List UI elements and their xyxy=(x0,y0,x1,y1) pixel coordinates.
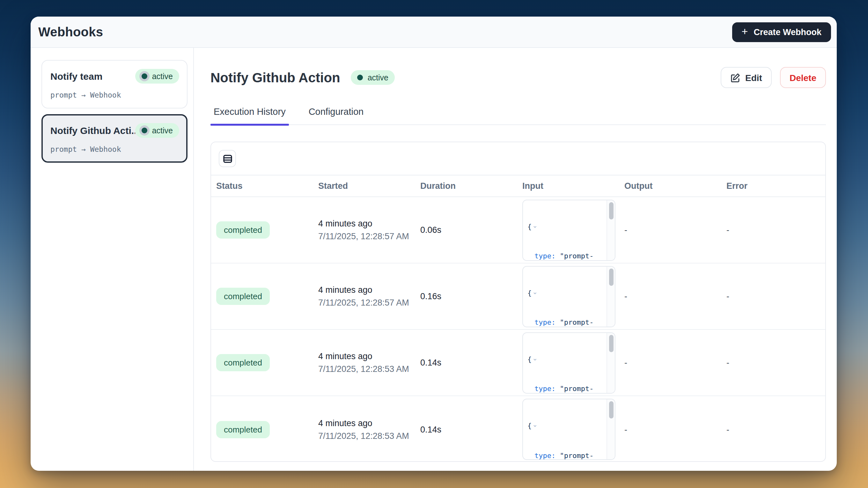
duration-value: 0.14s xyxy=(415,358,517,367)
status-badge: completed xyxy=(216,288,270,305)
started-relative: 4 minutes ago xyxy=(318,285,410,295)
output-value: - xyxy=(619,425,721,434)
table-row: completed 4 minutes ago 7/11/2025, 12:28… xyxy=(211,264,825,330)
input-json-preview[interactable]: {⌄ type: "prompt- version" promptId: "f3… xyxy=(522,266,615,327)
create-webhook-label: Create Webhook xyxy=(753,27,822,37)
desktop-background: Webhooks + Create Webhook Notify team ac… xyxy=(0,0,868,488)
webhook-detail-panel: Notify Github Action active xyxy=(194,48,837,471)
active-dot-icon xyxy=(142,128,148,133)
active-dot-icon xyxy=(142,73,148,79)
status-badge: completed xyxy=(216,421,270,438)
output-value: - xyxy=(619,358,721,367)
started-relative: 4 minutes ago xyxy=(318,219,410,228)
duration-value: 0.14s xyxy=(415,425,517,434)
chevron-down-icon: ⌄ xyxy=(532,354,538,361)
edit-pencil-icon xyxy=(730,72,740,83)
sidebar-item-notify-team[interactable]: Notify team active prompt → Webhook xyxy=(41,60,187,109)
scrollbar-thumb[interactable] xyxy=(609,401,613,419)
column-header-started: Started xyxy=(313,181,415,191)
status-badge: active xyxy=(351,70,395,85)
input-json-preview[interactable]: {⌄ type: "prompt- version" promptId: "a8… xyxy=(522,200,615,261)
webhook-route: prompt → Webhook xyxy=(51,91,179,99)
top-bar: Webhooks + Create Webhook xyxy=(31,17,837,48)
sidebar-item-notify-github-action[interactable]: Notify Github Acti... active prompt → We… xyxy=(41,114,187,163)
started-relative: 4 minutes ago xyxy=(318,418,410,428)
delete-button[interactable]: Delete xyxy=(780,67,826,88)
execution-history-card: Status Started Duration Input Output Err… xyxy=(211,142,826,462)
scrollbar-thumb[interactable] xyxy=(609,268,613,285)
started-absolute: 7/11/2025, 12:28:53 AM xyxy=(318,431,410,440)
table-header-row: Status Started Duration Input Output Err… xyxy=(211,176,825,197)
scrollbar-thumb[interactable] xyxy=(609,335,613,352)
edit-button[interactable]: Edit xyxy=(720,67,772,88)
tab-execution-history[interactable]: Execution History xyxy=(211,106,289,124)
status-badge: active xyxy=(135,69,179,84)
column-header-error: Error xyxy=(721,181,825,191)
page-title: Webhooks xyxy=(38,25,103,39)
error-value: - xyxy=(721,292,825,301)
webhook-name: Notify Github Acti... xyxy=(51,125,135,136)
tab-configuration[interactable]: Configuration xyxy=(306,106,367,124)
delete-label: Delete xyxy=(789,72,816,83)
table-rows-icon xyxy=(222,153,232,164)
webhook-title: Notify Github Action xyxy=(211,70,340,85)
error-value: - xyxy=(721,425,825,434)
webhook-route: prompt → Webhook xyxy=(51,145,179,154)
duration-value: 0.16s xyxy=(415,292,517,301)
scrollbar[interactable] xyxy=(607,266,615,326)
table-toolbar xyxy=(211,142,825,176)
table-rows-icon-button[interactable] xyxy=(219,150,236,167)
column-header-status: Status xyxy=(211,181,313,191)
detail-tabs: Execution History Configuration xyxy=(211,106,826,125)
output-value: - xyxy=(619,292,721,301)
scrollbar-thumb[interactable] xyxy=(609,202,613,219)
webhook-name: Notify team xyxy=(51,71,102,82)
duration-value: 0.06s xyxy=(415,225,517,235)
detail-header: Notify Github Action active xyxy=(211,67,826,88)
scrollbar[interactable] xyxy=(607,333,615,393)
error-value: - xyxy=(721,225,825,235)
chevron-down-icon: ⌄ xyxy=(532,288,538,295)
create-webhook-button[interactable]: + Create Webhook xyxy=(732,22,831,42)
scrollbar[interactable] xyxy=(607,200,615,260)
plus-icon: + xyxy=(742,26,748,37)
input-json-preview[interactable]: {⌄ type: "prompt- version" promptId: "ec… xyxy=(522,399,615,460)
table-row: completed 4 minutes ago 7/11/2025, 12:28… xyxy=(211,396,825,462)
column-header-duration: Duration xyxy=(415,181,517,191)
table-row: completed 4 minutes ago 7/11/2025, 12:28… xyxy=(211,330,825,396)
status-badge: active xyxy=(135,123,179,138)
active-dot-icon xyxy=(358,74,363,80)
started-relative: 4 minutes ago xyxy=(318,352,410,361)
scrollbar[interactable] xyxy=(607,399,615,459)
webhook-list-sidebar: Notify team active prompt → Webhook Noti… xyxy=(31,48,194,471)
column-header-output: Output xyxy=(619,181,721,191)
table-row: completed 4 minutes ago 7/11/2025, 12:28… xyxy=(211,197,825,264)
webhooks-window: Webhooks + Create Webhook Notify team ac… xyxy=(31,17,837,471)
column-header-input: Input xyxy=(517,181,619,191)
chevron-down-icon: ⌄ xyxy=(532,421,538,428)
chevron-down-icon: ⌄ xyxy=(532,222,538,229)
status-badge: completed xyxy=(216,354,270,371)
started-absolute: 7/11/2025, 12:28:57 AM xyxy=(318,232,410,241)
status-badge: completed xyxy=(216,221,270,239)
edit-label: Edit xyxy=(745,72,762,83)
output-value: - xyxy=(619,225,721,235)
started-absolute: 7/11/2025, 12:28:53 AM xyxy=(318,364,410,374)
input-json-preview[interactable]: {⌄ type: "prompt- version" promptId: "cm… xyxy=(522,332,615,393)
started-absolute: 7/11/2025, 12:28:57 AM xyxy=(318,298,410,307)
error-value: - xyxy=(721,358,825,367)
